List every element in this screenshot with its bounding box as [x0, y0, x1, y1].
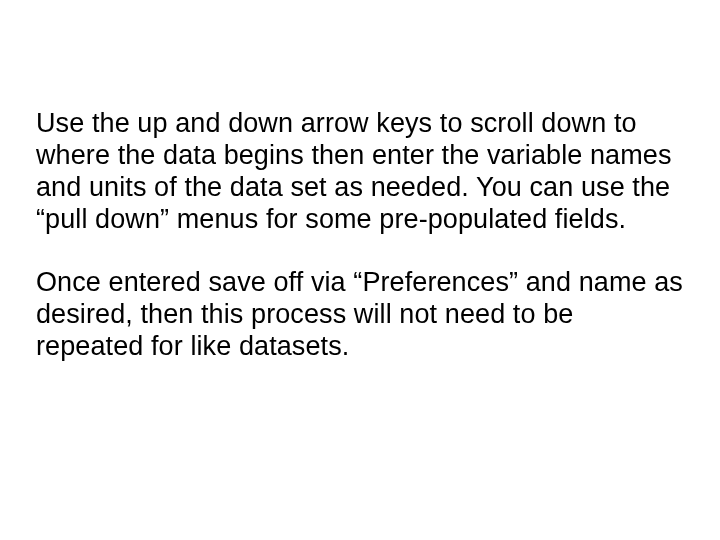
instruction-paragraph-1: Use the up and down arrow keys to scroll… — [36, 108, 684, 235]
slide: Use the up and down arrow keys to scroll… — [0, 0, 720, 540]
instruction-paragraph-2: Once entered save off via “Preferences” … — [36, 267, 684, 363]
